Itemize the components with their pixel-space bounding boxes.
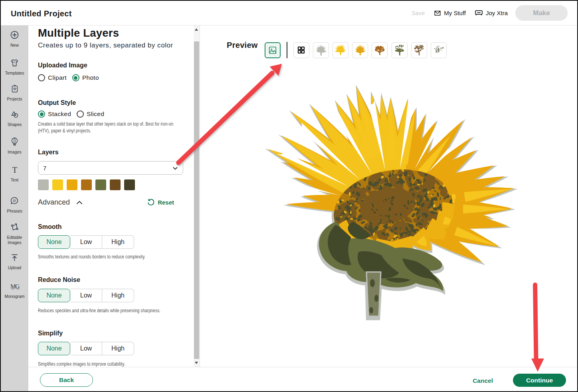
svg-text:M̲G̲: M̲G̲ — [10, 283, 20, 290]
svg-text:T: T — [12, 165, 17, 174]
